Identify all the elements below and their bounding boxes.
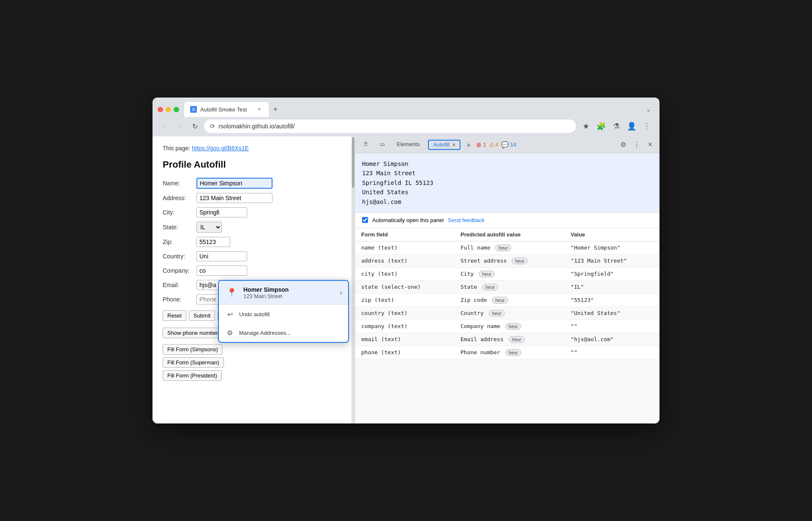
autofill-tab-close-icon[interactable]: × xyxy=(452,141,455,148)
zip-input[interactable] xyxy=(196,237,230,247)
devtools-panel: ⠿ ▭ Elements Autofill × » ⊗ 1 xyxy=(355,136,659,423)
table-row: email (text) Email address heur "hjs@aol… xyxy=(355,333,659,346)
table-row: zip (text) Zip code heur "55123" xyxy=(355,293,659,307)
fill-president-button[interactable]: Fill Form (President) xyxy=(163,370,222,381)
form-city-row: City: xyxy=(163,207,345,217)
zip-label: Zip: xyxy=(163,239,196,245)
auto-open-checkbox[interactable] xyxy=(362,217,368,223)
table-row: city (text) City heur "Springfield" xyxy=(355,267,659,280)
labs-icon[interactable]: ⚗ xyxy=(610,119,623,133)
phone-label: Phone: xyxy=(163,296,196,303)
cell-field: email (text) xyxy=(355,333,455,346)
chrome-addressbar: ← → ↻ ⟳ rsolomakhin.github.io/autofill/ … xyxy=(153,117,659,136)
state-label: State: xyxy=(163,224,196,231)
error-badge: ⊗ 1 xyxy=(476,141,486,149)
minimize-window-button[interactable] xyxy=(166,107,171,112)
cell-predicted: Phone number heur xyxy=(455,346,565,359)
fill-simpsons-button[interactable]: Fill Form (Simpsons) xyxy=(163,344,223,355)
form-zip-row: Zip: xyxy=(163,237,345,247)
undo-autofill-item[interactable]: ↩ Undo autofill xyxy=(219,305,348,323)
cell-value: "IL" xyxy=(565,280,659,293)
email-label: Email: xyxy=(163,282,196,288)
warn-count: 4 xyxy=(496,141,499,148)
close-window-button[interactable] xyxy=(158,107,163,112)
devtools-header: ⠿ ▭ Elements Autofill × » ⊗ 1 xyxy=(355,136,659,153)
state-select[interactable]: IL xyxy=(196,222,222,233)
page-link[interactable]: https://goo.gl/B6Xs1E xyxy=(192,145,249,152)
country-input[interactable] xyxy=(196,251,247,261)
location-icon: 📍 xyxy=(225,286,238,299)
undo-label: Undo autofill xyxy=(239,311,270,317)
autofill-suggestion-item[interactable]: 📍 Homer Simpson 123 Main Street › xyxy=(219,281,348,304)
city-input[interactable] xyxy=(196,207,247,217)
devtools-tab-elements[interactable]: Elements xyxy=(392,136,425,153)
devtools-settings-button[interactable]: ⚙ xyxy=(617,139,629,151)
extensions-icon[interactable]: 🧩 xyxy=(594,119,608,133)
active-tab[interactable]: A Autofill Smoke Test × xyxy=(184,102,269,117)
forward-button[interactable]: → xyxy=(174,120,185,132)
browser-window: A Autofill Smoke Test × + ⌄ ← → ↻ ⟳ rsol… xyxy=(153,98,659,423)
table-header-row: Form field Predicted autofill value Valu… xyxy=(355,228,659,242)
chevron-right-icon: › xyxy=(340,289,342,296)
table-row: state (select-one) State heur "IL" xyxy=(355,280,659,293)
reset-button[interactable]: Reset xyxy=(163,310,186,321)
cell-predicted: City heur xyxy=(455,267,565,280)
address-label: Address: xyxy=(163,195,196,201)
page-link-prefix: This page: xyxy=(163,145,190,152)
address-bar[interactable]: ⟳ rsolomakhin.github.io/autofill/ xyxy=(204,119,576,133)
manage-label: Manage Addresses... xyxy=(239,330,291,336)
autofill-data-table: Form field Predicted autofill value Valu… xyxy=(355,228,659,359)
cell-predicted: Street address heur xyxy=(455,254,565,267)
autofill-suggestion-address: 123 Main Street xyxy=(243,293,335,299)
devtools-more-button[interactable]: ⋮ xyxy=(631,139,643,151)
show-phone-button[interactable]: Show phone number xyxy=(163,328,223,338)
cell-value: "hjs@aol.com" xyxy=(565,333,659,346)
table-row: name (text) Full name heur "Homer Simpso… xyxy=(355,241,659,254)
address-bar-security-icon: ⟳ xyxy=(210,123,215,130)
tab-favicon: A xyxy=(190,106,197,113)
manage-addresses-item[interactable]: ⚙ Manage Addresses... xyxy=(219,323,348,342)
address-input[interactable] xyxy=(196,193,272,203)
cell-predicted: Email address heur xyxy=(455,333,565,346)
new-tab-button[interactable]: + xyxy=(270,103,281,115)
fill-superman-button[interactable]: Fill Form (Superman) xyxy=(163,357,224,368)
name-input[interactable] xyxy=(196,178,272,189)
profile-icon[interactable]: 👤 xyxy=(625,119,638,133)
cell-field: address (text) xyxy=(355,254,455,267)
back-button[interactable]: ← xyxy=(158,120,170,132)
tab-title: Autofill Smoke Test xyxy=(200,106,247,113)
warn-icon: ⚠ xyxy=(489,141,494,149)
devtools-content: Homer Simpson 123 Main Street Springfiel… xyxy=(355,153,659,423)
devtools-close-button[interactable]: × xyxy=(644,139,656,151)
submit-button[interactable]: Submit xyxy=(189,310,215,321)
col-header-predicted: Predicted autofill value xyxy=(455,228,565,242)
preview-line4: United States xyxy=(362,187,653,197)
more-tabs-button[interactable]: » xyxy=(464,139,473,150)
chrome-menu-icon[interactable]: ⋮ xyxy=(640,119,654,133)
page-content: This page: https://goo.gl/B6Xs1E Profile… xyxy=(153,136,355,423)
info-badge: 💬 14 xyxy=(501,141,516,149)
devtools-tab-autofill[interactable]: Autofill × xyxy=(428,140,460,150)
form-company-row: Company: xyxy=(163,266,345,276)
form-country-row: Country: xyxy=(163,251,345,261)
maximize-window-button[interactable] xyxy=(174,107,179,112)
preview-line5: hjs@aol.com xyxy=(362,197,653,206)
devtools-tab-inspector[interactable]: ⠿ xyxy=(359,136,373,153)
cell-value: "" xyxy=(565,346,659,359)
reload-button[interactable]: ↻ xyxy=(189,120,201,132)
autofill-options-row: Automatically open this panel Send feedb… xyxy=(355,213,659,228)
scroll-thumb[interactable] xyxy=(352,137,354,188)
send-feedback-link[interactable]: Send feedback xyxy=(448,217,485,223)
devtools-tab-device[interactable]: ▭ xyxy=(375,136,390,153)
tab-close-button[interactable]: × xyxy=(256,106,263,113)
cell-predicted: Full name heur xyxy=(455,241,565,254)
cell-value: "Springfield" xyxy=(565,267,659,280)
chrome-dropdown-button[interactable]: ⌄ xyxy=(643,104,654,114)
bookmark-icon[interactable]: ★ xyxy=(579,119,593,133)
company-input[interactable] xyxy=(196,266,247,276)
country-label: Country: xyxy=(163,253,196,260)
undo-icon: ↩ xyxy=(225,309,235,319)
autofill-dropdown: 📍 Homer Simpson 123 Main Street › ↩ Undo… xyxy=(218,280,349,343)
page-scrollbar[interactable] xyxy=(352,136,355,423)
traffic-lights xyxy=(158,107,179,112)
